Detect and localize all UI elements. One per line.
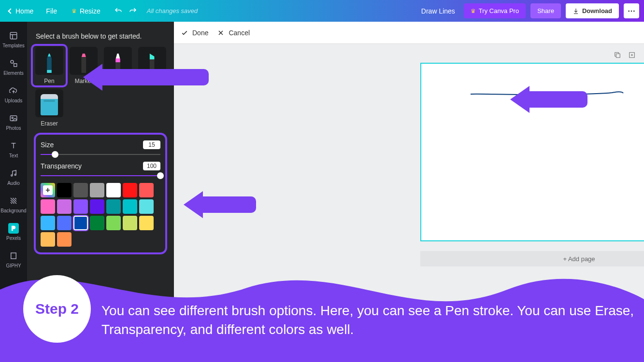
svg-rect-0	[10, 32, 17, 39]
home-label: Home	[15, 7, 33, 15]
rail-photos[interactable]: Photos	[0, 108, 27, 136]
color-swatch[interactable]	[73, 216, 88, 230]
color-swatch[interactable]	[106, 183, 121, 197]
rail-background[interactable]: Background	[0, 191, 27, 218]
check-icon	[181, 29, 188, 37]
color-swatch[interactable]	[123, 183, 137, 197]
rail-pexels[interactable]: Pexels	[0, 218, 27, 246]
topbar-left: Home File ♛ Resize All changes saved	[5, 5, 198, 17]
crown-icon: ♛	[471, 8, 476, 14]
svg-point-6	[14, 174, 16, 176]
undo-button[interactable]	[114, 7, 123, 15]
tutorial-caption-bg: Step 2 You can see different brush optio…	[0, 251, 644, 362]
pexels-icon	[8, 223, 19, 234]
transparency-slider[interactable]	[41, 175, 160, 176]
color-swatch[interactable]	[139, 199, 154, 214]
color-swatch[interactable]	[73, 199, 88, 214]
top-bar: Home File ♛ Resize All changes saved Dra…	[0, 0, 644, 22]
slider-thumb[interactable]	[157, 172, 164, 179]
brush-label: Eraser	[41, 120, 57, 127]
rail-audio[interactable]: Audio	[0, 163, 27, 191]
crown-icon: ♛	[72, 8, 77, 14]
canvas-page-icons	[613, 51, 636, 59]
resize-menu[interactable]: ♛ Resize	[66, 5, 106, 17]
cancel-button[interactable]: Cancel	[217, 29, 250, 37]
rail-elements[interactable]: Elements	[0, 53, 27, 81]
color-swatch[interactable]	[106, 199, 121, 214]
rail-templates[interactable]: Templates	[0, 26, 27, 53]
color-swatch[interactable]	[90, 183, 104, 197]
text-icon	[8, 140, 19, 151]
download-label: Download	[582, 7, 612, 14]
download-button[interactable]: Download	[566, 3, 619, 18]
brush-pen-highlight: Pen	[31, 44, 68, 87]
svg-rect-2	[14, 64, 17, 67]
step-badge: Step 2	[23, 275, 91, 343]
try-pro-label: Try Canva Pro	[479, 7, 519, 14]
size-row: Size 15	[41, 140, 160, 149]
color-swatches	[41, 183, 160, 247]
color-swatch[interactable]	[57, 183, 72, 197]
done-button[interactable]: Done	[181, 29, 208, 37]
color-swatch[interactable]	[41, 232, 55, 247]
color-swatch[interactable]	[123, 199, 137, 214]
tutorial-arrow	[184, 191, 256, 218]
svg-point-4	[12, 117, 13, 119]
action-bar: Done Cancel	[174, 22, 644, 44]
elements-icon	[8, 58, 19, 69]
color-swatch[interactable]	[57, 232, 72, 247]
design-title[interactable]: Draw Lines	[421, 7, 455, 15]
color-swatch[interactable]	[90, 199, 104, 214]
rail-label: Photos	[6, 125, 21, 131]
rail-text[interactable]: Text	[0, 136, 27, 163]
rail-label: Background	[0, 208, 26, 213]
add-color-button[interactable]	[41, 183, 55, 197]
size-slider[interactable]	[41, 154, 160, 155]
tutorial-arrow	[83, 64, 209, 91]
rail-label: Templates	[2, 43, 25, 48]
color-swatch[interactable]	[139, 183, 154, 197]
rail-label: Text	[9, 153, 18, 158]
brush-eraser[interactable]: Eraser	[34, 89, 65, 127]
home-button[interactable]: Home	[5, 5, 37, 17]
rail-uploads[interactable]: Uploads	[0, 81, 27, 108]
background-icon	[8, 195, 19, 206]
step-label: Step 2	[35, 301, 79, 317]
color-swatch[interactable]	[73, 183, 88, 197]
size-label: Size	[41, 141, 54, 149]
brush-label: Pen	[44, 78, 54, 84]
resize-label: Resize	[80, 7, 100, 15]
rail-label: Pexels	[6, 236, 21, 241]
photos-icon	[8, 113, 19, 124]
file-menu[interactable]: File	[40, 5, 63, 17]
audio-icon	[8, 168, 19, 179]
tutorial-caption: You can see different brush options. Her…	[101, 301, 634, 339]
svg-point-1	[11, 60, 14, 63]
tutorial-arrow	[510, 86, 587, 113]
color-swatch[interactable]	[41, 199, 55, 214]
templates-icon	[8, 30, 19, 41]
color-swatch[interactable]	[41, 216, 55, 230]
color-swatch[interactable]	[57, 216, 72, 230]
slider-thumb[interactable]	[52, 151, 58, 158]
brush-settings: Size 15 Transparency 100	[34, 133, 167, 254]
eraser-icon	[35, 89, 63, 117]
try-pro-button[interactable]: ♛Try Canva Pro	[464, 3, 526, 18]
chevron-left-icon	[8, 8, 13, 14]
pen-icon	[35, 47, 63, 75]
size-value[interactable]: 15	[143, 140, 160, 149]
redo-button[interactable]	[129, 7, 137, 15]
color-swatch[interactable]	[106, 216, 121, 230]
color-swatch[interactable]	[123, 216, 137, 230]
transparency-value[interactable]: 100	[143, 162, 160, 170]
add-page-button[interactable]	[628, 51, 636, 59]
done-label: Done	[192, 29, 208, 37]
color-swatch[interactable]	[90, 216, 104, 230]
color-swatch[interactable]	[57, 199, 72, 214]
color-swatch[interactable]	[139, 216, 154, 230]
brush-pen[interactable]: Pen	[34, 47, 65, 84]
duplicate-page-button[interactable]	[613, 51, 622, 59]
more-button[interactable]: ⋯	[624, 3, 639, 18]
download-icon	[572, 8, 579, 14]
share-button[interactable]: Share	[530, 3, 561, 18]
